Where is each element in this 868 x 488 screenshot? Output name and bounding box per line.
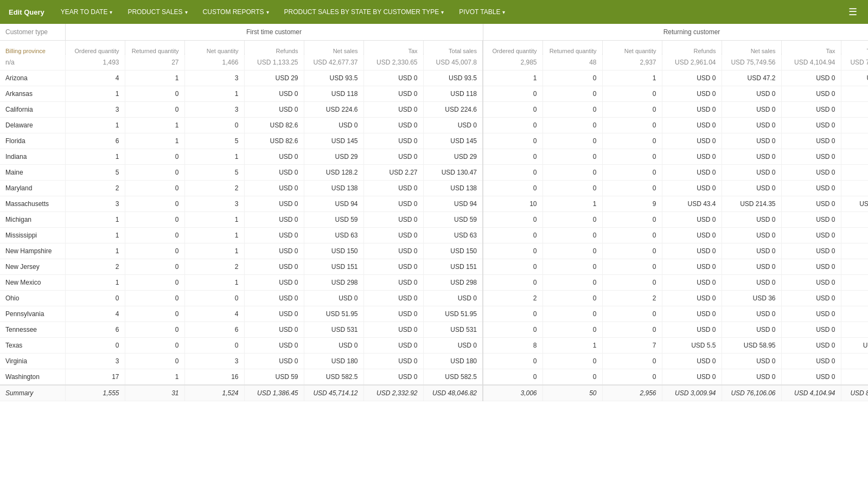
table-row: Arizona413USD 29USD 93.5USD 0USD 93.5101… [0,70,868,86]
table-row: Washington17116USD 59USD 582.5USD 0USD 5… [0,369,868,386]
summary-row: Summary1,555311,524USD 1,386.45USD 45,71… [0,385,868,401]
table-row: Virginia303USD 0USD 180USD 0USD 180000US… [0,354,868,369]
nav-year-to-date[interactable]: YEAR TO DATE ▾ [53,0,120,24]
chevron-down-icon: ▾ [441,9,444,15]
rc-returned-qty-header: Returned quantity [542,44,602,58]
rc-total-sales-header: Total sales [841,44,868,58]
customer-type-label: Customer type [0,24,65,41]
table-row: Arkansas101USD 0USD 118USD 0USD 118000US… [0,86,868,102]
ft-ordered-qty-header: Ordered quantity [65,44,125,58]
rc-net-sales-header: Net sales [722,44,781,58]
ft-tax-header: Tax [363,44,423,58]
table-row: New Hampshire101USD 0USD 150USD 0USD 150… [0,243,868,259]
rc-net-qty-header: Net quantity [602,44,662,58]
table-row: Tennessee606USD 0USD 531USD 0USD 531000U… [0,322,868,338]
hamburger-menu-icon[interactable]: ☰ [844,6,861,18]
table-row: Michigan101USD 0USD 59USD 0USD 59000USD … [0,212,868,228]
table-row: Texas000USD 0USD 0USD 0USD 0817USD 5.5US… [0,338,868,354]
table-row: Maryland202USD 0USD 138USD 0USD 138000US… [0,181,868,196]
nav-product-sales[interactable]: PRODUCT SALES ▾ [120,0,195,24]
chevron-down-icon: ▾ [502,9,505,15]
ft-total-sales-header: Total sales [423,44,483,58]
table-row: Delaware110USD 82.6USD 0USD 0USD 0000USD… [0,118,868,133]
table-row: Indiana101USD 0USD 29USD 0USD 29000USD 0… [0,149,868,165]
table-row: Massachusetts303USD 0USD 94USD 0USD 9410… [0,196,868,212]
nav-custom-reports[interactable]: CUSTOM REPORTS ▾ [195,0,277,24]
edit-query-button[interactable]: Edit Query [7,8,53,16]
nav-pivot-table[interactable]: PIVOT TABLE ▾ [451,0,513,24]
chevron-down-icon: ▾ [266,9,269,15]
ft-returned-qty-header: Returned quantity [125,44,184,58]
chevron-down-icon: ▾ [185,9,188,15]
table-row: Maine505USD 0USD 128.2USD 2.27USD 130.47… [0,165,868,181]
table-row: Mississippi101USD 0USD 63USD 0USD 63000U… [0,228,868,243]
table-row: New Jersey202USD 0USD 151USD 0USD 151000… [0,259,868,275]
ft-refunds-header: Refunds [244,44,304,58]
ft-net-sales-header: Net sales [304,44,363,58]
table-row: Pennsylvania404USD 0USD 51.95USD 0USD 51… [0,306,868,322]
navbar: Edit Query YEAR TO DATE ▾ PRODUCT SALES … [0,0,868,24]
data-table: Customer type First time customer Return… [0,24,868,401]
returning-customer-header: Returning customer [483,24,868,41]
table-row: California303USD 0USD 224.6USD 0USD 224.… [0,102,868,118]
billing-province-col-header: Billing province [0,44,65,58]
nav-report-title[interactable]: PRODUCT SALES BY STATE BY CUSTOMER TYPE … [277,0,452,24]
rc-tax-header: Tax [781,44,841,58]
table-row: Florida615USD 82.6USD 145USD 0USD 145000… [0,133,868,149]
table-container: Customer type First time customer Return… [0,24,868,488]
table-row: New Mexico101USD 0USD 298USD 0USD 298000… [0,275,868,291]
rc-ordered-qty-header: Ordered quantity [483,44,542,58]
rc-refunds-header: Refunds [662,44,722,58]
chevron-down-icon: ▾ [110,9,112,15]
table-row: Ohio000USD 0USD 0USD 0USD 0202USD 0USD 3… [0,291,868,306]
ft-net-qty-header: Net quantity [184,44,244,58]
first-time-customer-header: First time customer [65,24,483,41]
